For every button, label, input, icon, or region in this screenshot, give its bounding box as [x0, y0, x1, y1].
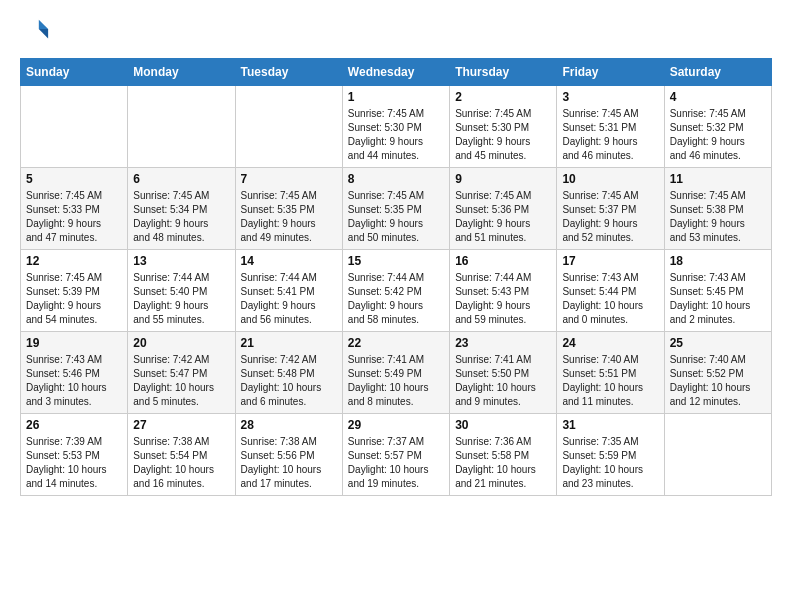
day-number: 9	[455, 172, 551, 186]
day-header: Saturday	[664, 59, 771, 86]
day-number: 14	[241, 254, 337, 268]
day-info: Sunrise: 7:45 AM Sunset: 5:33 PM Dayligh…	[26, 189, 122, 245]
day-cell: 7Sunrise: 7:45 AM Sunset: 5:35 PM Daylig…	[235, 168, 342, 250]
day-number: 17	[562, 254, 658, 268]
day-cell: 2Sunrise: 7:45 AM Sunset: 5:30 PM Daylig…	[450, 86, 557, 168]
day-info: Sunrise: 7:42 AM Sunset: 5:48 PM Dayligh…	[241, 353, 337, 409]
logo-icon	[22, 16, 50, 44]
day-cell: 27Sunrise: 7:38 AM Sunset: 5:54 PM Dayli…	[128, 414, 235, 496]
day-cell: 16Sunrise: 7:44 AM Sunset: 5:43 PM Dayli…	[450, 250, 557, 332]
week-row: 26Sunrise: 7:39 AM Sunset: 5:53 PM Dayli…	[21, 414, 772, 496]
day-cell	[21, 86, 128, 168]
day-info: Sunrise: 7:45 AM Sunset: 5:30 PM Dayligh…	[455, 107, 551, 163]
week-row: 5Sunrise: 7:45 AM Sunset: 5:33 PM Daylig…	[21, 168, 772, 250]
day-header: Friday	[557, 59, 664, 86]
day-number: 31	[562, 418, 658, 432]
svg-marker-1	[39, 29, 48, 38]
svg-marker-0	[39, 20, 48, 29]
day-number: 30	[455, 418, 551, 432]
day-info: Sunrise: 7:37 AM Sunset: 5:57 PM Dayligh…	[348, 435, 444, 491]
week-row: 1Sunrise: 7:45 AM Sunset: 5:30 PM Daylig…	[21, 86, 772, 168]
day-info: Sunrise: 7:45 AM Sunset: 5:36 PM Dayligh…	[455, 189, 551, 245]
day-number: 29	[348, 418, 444, 432]
day-number: 15	[348, 254, 444, 268]
day-number: 4	[670, 90, 766, 104]
day-info: Sunrise: 7:45 AM Sunset: 5:35 PM Dayligh…	[241, 189, 337, 245]
day-info: Sunrise: 7:40 AM Sunset: 5:51 PM Dayligh…	[562, 353, 658, 409]
day-number: 28	[241, 418, 337, 432]
day-number: 20	[133, 336, 229, 350]
day-cell: 11Sunrise: 7:45 AM Sunset: 5:38 PM Dayli…	[664, 168, 771, 250]
day-cell: 28Sunrise: 7:38 AM Sunset: 5:56 PM Dayli…	[235, 414, 342, 496]
day-cell: 17Sunrise: 7:43 AM Sunset: 5:44 PM Dayli…	[557, 250, 664, 332]
day-number: 18	[670, 254, 766, 268]
day-number: 23	[455, 336, 551, 350]
day-cell: 22Sunrise: 7:41 AM Sunset: 5:49 PM Dayli…	[342, 332, 449, 414]
day-number: 10	[562, 172, 658, 186]
day-info: Sunrise: 7:45 AM Sunset: 5:39 PM Dayligh…	[26, 271, 122, 327]
day-info: Sunrise: 7:43 AM Sunset: 5:45 PM Dayligh…	[670, 271, 766, 327]
day-cell: 5Sunrise: 7:45 AM Sunset: 5:33 PM Daylig…	[21, 168, 128, 250]
day-info: Sunrise: 7:43 AM Sunset: 5:46 PM Dayligh…	[26, 353, 122, 409]
day-info: Sunrise: 7:45 AM Sunset: 5:37 PM Dayligh…	[562, 189, 658, 245]
day-cell	[128, 86, 235, 168]
day-number: 3	[562, 90, 658, 104]
day-number: 19	[26, 336, 122, 350]
day-cell: 13Sunrise: 7:44 AM Sunset: 5:40 PM Dayli…	[128, 250, 235, 332]
day-info: Sunrise: 7:40 AM Sunset: 5:52 PM Dayligh…	[670, 353, 766, 409]
day-cell: 4Sunrise: 7:45 AM Sunset: 5:32 PM Daylig…	[664, 86, 771, 168]
day-number: 11	[670, 172, 766, 186]
day-info: Sunrise: 7:41 AM Sunset: 5:49 PM Dayligh…	[348, 353, 444, 409]
day-cell: 23Sunrise: 7:41 AM Sunset: 5:50 PM Dayli…	[450, 332, 557, 414]
day-number: 25	[670, 336, 766, 350]
day-cell: 6Sunrise: 7:45 AM Sunset: 5:34 PM Daylig…	[128, 168, 235, 250]
day-number: 21	[241, 336, 337, 350]
day-info: Sunrise: 7:38 AM Sunset: 5:56 PM Dayligh…	[241, 435, 337, 491]
day-number: 26	[26, 418, 122, 432]
day-cell: 8Sunrise: 7:45 AM Sunset: 5:35 PM Daylig…	[342, 168, 449, 250]
day-info: Sunrise: 7:44 AM Sunset: 5:41 PM Dayligh…	[241, 271, 337, 327]
day-info: Sunrise: 7:45 AM Sunset: 5:38 PM Dayligh…	[670, 189, 766, 245]
day-number: 1	[348, 90, 444, 104]
day-header: Wednesday	[342, 59, 449, 86]
day-info: Sunrise: 7:45 AM Sunset: 5:32 PM Dayligh…	[670, 107, 766, 163]
day-header: Monday	[128, 59, 235, 86]
day-info: Sunrise: 7:38 AM Sunset: 5:54 PM Dayligh…	[133, 435, 229, 491]
day-cell: 29Sunrise: 7:37 AM Sunset: 5:57 PM Dayli…	[342, 414, 449, 496]
day-info: Sunrise: 7:35 AM Sunset: 5:59 PM Dayligh…	[562, 435, 658, 491]
day-number: 22	[348, 336, 444, 350]
day-cell: 20Sunrise: 7:42 AM Sunset: 5:47 PM Dayli…	[128, 332, 235, 414]
week-row: 12Sunrise: 7:45 AM Sunset: 5:39 PM Dayli…	[21, 250, 772, 332]
day-cell: 1Sunrise: 7:45 AM Sunset: 5:30 PM Daylig…	[342, 86, 449, 168]
day-info: Sunrise: 7:39 AM Sunset: 5:53 PM Dayligh…	[26, 435, 122, 491]
day-number: 8	[348, 172, 444, 186]
day-cell	[235, 86, 342, 168]
week-row: 19Sunrise: 7:43 AM Sunset: 5:46 PM Dayli…	[21, 332, 772, 414]
day-cell: 12Sunrise: 7:45 AM Sunset: 5:39 PM Dayli…	[21, 250, 128, 332]
day-cell: 21Sunrise: 7:42 AM Sunset: 5:48 PM Dayli…	[235, 332, 342, 414]
day-number: 24	[562, 336, 658, 350]
calendar-table: SundayMondayTuesdayWednesdayThursdayFrid…	[20, 58, 772, 496]
day-cell: 3Sunrise: 7:45 AM Sunset: 5:31 PM Daylig…	[557, 86, 664, 168]
day-cell: 24Sunrise: 7:40 AM Sunset: 5:51 PM Dayli…	[557, 332, 664, 414]
day-info: Sunrise: 7:36 AM Sunset: 5:58 PM Dayligh…	[455, 435, 551, 491]
day-info: Sunrise: 7:45 AM Sunset: 5:34 PM Dayligh…	[133, 189, 229, 245]
day-cell: 26Sunrise: 7:39 AM Sunset: 5:53 PM Dayli…	[21, 414, 128, 496]
day-cell: 30Sunrise: 7:36 AM Sunset: 5:58 PM Dayli…	[450, 414, 557, 496]
day-info: Sunrise: 7:44 AM Sunset: 5:40 PM Dayligh…	[133, 271, 229, 327]
day-cell: 25Sunrise: 7:40 AM Sunset: 5:52 PM Dayli…	[664, 332, 771, 414]
day-info: Sunrise: 7:42 AM Sunset: 5:47 PM Dayligh…	[133, 353, 229, 409]
day-number: 7	[241, 172, 337, 186]
day-number: 13	[133, 254, 229, 268]
day-header: Sunday	[21, 59, 128, 86]
day-cell: 10Sunrise: 7:45 AM Sunset: 5:37 PM Dayli…	[557, 168, 664, 250]
day-number: 27	[133, 418, 229, 432]
day-info: Sunrise: 7:45 AM Sunset: 5:30 PM Dayligh…	[348, 107, 444, 163]
day-cell: 31Sunrise: 7:35 AM Sunset: 5:59 PM Dayli…	[557, 414, 664, 496]
header-row: SundayMondayTuesdayWednesdayThursdayFrid…	[21, 59, 772, 86]
day-number: 16	[455, 254, 551, 268]
day-info: Sunrise: 7:45 AM Sunset: 5:35 PM Dayligh…	[348, 189, 444, 245]
day-header: Tuesday	[235, 59, 342, 86]
day-number: 2	[455, 90, 551, 104]
day-cell: 18Sunrise: 7:43 AM Sunset: 5:45 PM Dayli…	[664, 250, 771, 332]
